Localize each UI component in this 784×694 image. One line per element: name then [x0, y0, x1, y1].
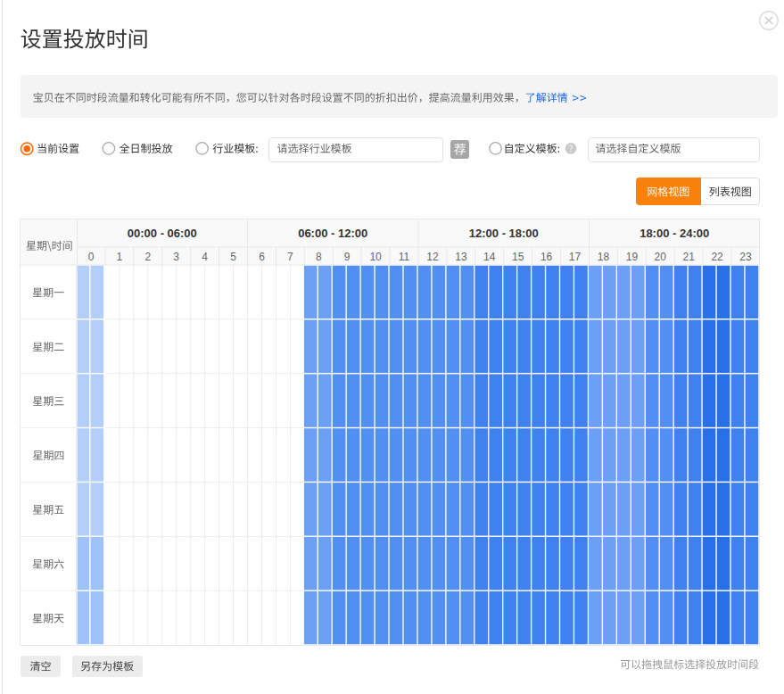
- svg-text:16: 16: [541, 251, 553, 263]
- svg-text:4: 4: [202, 251, 208, 263]
- svg-text:5: 5: [230, 251, 236, 263]
- svg-text:06:00 - 12:00: 06:00 - 12:00: [298, 227, 367, 240]
- svg-text:15: 15: [512, 251, 524, 263]
- svg-text:20: 20: [655, 251, 667, 263]
- svg-text:7: 7: [287, 251, 293, 263]
- svg-text:1: 1: [117, 251, 123, 263]
- svg-text:8: 8: [316, 251, 322, 263]
- svg-text:10: 10: [369, 251, 382, 263]
- svg-text:13: 13: [455, 251, 467, 263]
- svg-text:19: 19: [626, 251, 639, 263]
- svg-text:3: 3: [173, 251, 179, 263]
- svg-text:00:00 - 06:00: 00:00 - 06:00: [128, 227, 197, 240]
- svg-text:12:00 - 18:00: 12:00 - 18:00: [469, 227, 539, 240]
- svg-text:18: 18: [598, 251, 610, 263]
- svg-text:17: 17: [569, 251, 582, 263]
- svg-text:18:00 - 24:00: 18:00 - 24:00: [640, 227, 709, 240]
- svg-text:14: 14: [483, 251, 496, 263]
- svg-text:9: 9: [344, 251, 351, 263]
- svg-text:11: 11: [399, 251, 410, 263]
- svg-text:6: 6: [259, 251, 265, 263]
- svg-text:21: 21: [683, 251, 696, 263]
- svg-text:2: 2: [144, 251, 151, 263]
- svg-text:0: 0: [88, 251, 95, 263]
- svg-text:12: 12: [426, 251, 439, 263]
- svg-text:23: 23: [739, 251, 752, 263]
- svg-text:22: 22: [711, 251, 723, 263]
